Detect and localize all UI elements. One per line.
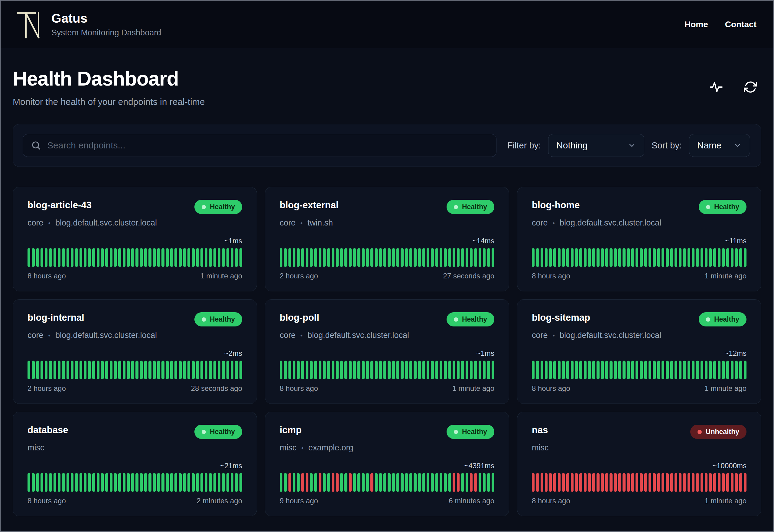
- uptime-bar[interactable]: [601, 248, 604, 267]
- endpoint-card[interactable]: blog-home Healthy core • blog.default.sv…: [517, 187, 761, 291]
- uptime-bar[interactable]: [118, 361, 121, 379]
- uptime-bar[interactable]: [192, 248, 194, 267]
- uptime-bar[interactable]: [349, 361, 352, 379]
- uptime-bar[interactable]: [571, 361, 574, 379]
- uptime-bar[interactable]: [340, 361, 343, 379]
- uptime-bar[interactable]: [32, 361, 34, 379]
- uptime-bar[interactable]: [618, 361, 621, 379]
- uptime-bar[interactable]: [597, 248, 599, 267]
- uptime-bar[interactable]: [692, 473, 694, 492]
- uptime-bar[interactable]: [67, 473, 69, 492]
- uptime-bar[interactable]: [54, 473, 56, 492]
- uptime-bar[interactable]: [431, 473, 434, 492]
- uptime-bar[interactable]: [239, 361, 242, 379]
- uptime-bar[interactable]: [696, 248, 699, 267]
- uptime-bar[interactable]: [718, 473, 720, 492]
- uptime-bar[interactable]: [545, 248, 548, 267]
- uptime-bar[interactable]: [353, 361, 356, 379]
- uptime-bar[interactable]: [735, 361, 738, 379]
- uptime-bar[interactable]: [67, 361, 69, 379]
- uptime-bar[interactable]: [340, 473, 343, 492]
- uptime-bar[interactable]: [370, 361, 373, 379]
- uptime-bar[interactable]: [148, 473, 151, 492]
- uptime-bar[interactable]: [666, 248, 668, 267]
- uptime-bar[interactable]: [174, 361, 177, 379]
- uptime-bar[interactable]: [696, 361, 699, 379]
- uptime-bar[interactable]: [213, 248, 216, 267]
- uptime-bar[interactable]: [222, 473, 225, 492]
- uptime-bar[interactable]: [744, 473, 746, 492]
- uptime-bar[interactable]: [105, 361, 108, 379]
- uptime-bar[interactable]: [662, 248, 664, 267]
- uptime-bar[interactable]: [405, 248, 408, 267]
- uptime-bar[interactable]: [401, 248, 403, 267]
- uptime-bar[interactable]: [344, 361, 347, 379]
- uptime-bar[interactable]: [726, 473, 729, 492]
- uptime-bar[interactable]: [579, 473, 582, 492]
- uptime-bar[interactable]: [75, 361, 78, 379]
- uptime-bar[interactable]: [422, 361, 425, 379]
- uptime-bar[interactable]: [383, 248, 386, 267]
- uptime-bar[interactable]: [409, 361, 412, 379]
- uptime-bar[interactable]: [474, 248, 477, 267]
- uptime-bar[interactable]: [144, 361, 147, 379]
- uptime-bar[interactable]: [414, 361, 416, 379]
- uptime-bar[interactable]: [618, 248, 621, 267]
- uptime-bar[interactable]: [744, 361, 746, 379]
- uptime-bar[interactable]: [431, 361, 434, 379]
- uptime-bar[interactable]: [705, 473, 707, 492]
- uptime-bar[interactable]: [32, 248, 34, 267]
- uptime-bar[interactable]: [58, 248, 60, 267]
- uptime-bar[interactable]: [597, 473, 599, 492]
- uptime-bar[interactable]: [588, 473, 591, 492]
- uptime-bar[interactable]: [692, 361, 694, 379]
- uptime-bar[interactable]: [148, 361, 151, 379]
- uptime-bar[interactable]: [435, 361, 438, 379]
- uptime-bar[interactable]: [675, 473, 677, 492]
- uptime-bar[interactable]: [553, 248, 556, 267]
- uptime-bar[interactable]: [640, 248, 642, 267]
- uptime-bar[interactable]: [135, 248, 138, 267]
- uptime-bar[interactable]: [631, 473, 634, 492]
- uptime-bar[interactable]: [479, 361, 481, 379]
- uptime-bar[interactable]: [231, 248, 233, 267]
- uptime-bar[interactable]: [284, 361, 287, 379]
- uptime-bar[interactable]: [353, 248, 356, 267]
- uptime-bar[interactable]: [327, 473, 330, 492]
- uptime-bar[interactable]: [135, 473, 138, 492]
- uptime-bar[interactable]: [558, 473, 561, 492]
- uptime-bar[interactable]: [75, 248, 78, 267]
- uptime-bar[interactable]: [153, 473, 156, 492]
- uptime-bar[interactable]: [461, 473, 464, 492]
- uptime-bar[interactable]: [409, 248, 412, 267]
- uptime-bar[interactable]: [179, 248, 181, 267]
- uptime-bar[interactable]: [92, 248, 95, 267]
- uptime-bar[interactable]: [218, 361, 220, 379]
- uptime-bar[interactable]: [45, 473, 47, 492]
- uptime-bar[interactable]: [739, 248, 742, 267]
- uptime-bar[interactable]: [636, 248, 638, 267]
- uptime-bar[interactable]: [379, 248, 382, 267]
- uptime-bar[interactable]: [153, 248, 156, 267]
- uptime-bar[interactable]: [440, 361, 442, 379]
- uptime-bar[interactable]: [196, 473, 199, 492]
- uptime-bar[interactable]: [288, 473, 291, 492]
- uptime-bar[interactable]: [97, 248, 99, 267]
- uptime-bar[interactable]: [627, 361, 630, 379]
- uptime-bar[interactable]: [536, 248, 539, 267]
- uptime-bar[interactable]: [231, 361, 233, 379]
- uptime-bar[interactable]: [571, 473, 574, 492]
- uptime-bar[interactable]: [483, 473, 486, 492]
- uptime-bar[interactable]: [405, 361, 408, 379]
- nav-home[interactable]: Home: [685, 20, 708, 29]
- uptime-bar[interactable]: [131, 361, 134, 379]
- uptime-bar[interactable]: [366, 361, 369, 379]
- uptime-bar[interactable]: [226, 473, 229, 492]
- uptime-bar[interactable]: [92, 473, 95, 492]
- uptime-bar[interactable]: [239, 473, 242, 492]
- uptime-bar[interactable]: [536, 361, 539, 379]
- uptime-bar[interactable]: [414, 248, 416, 267]
- uptime-bar[interactable]: [584, 473, 587, 492]
- uptime-bar[interactable]: [127, 361, 130, 379]
- uptime-bar[interactable]: [448, 248, 451, 267]
